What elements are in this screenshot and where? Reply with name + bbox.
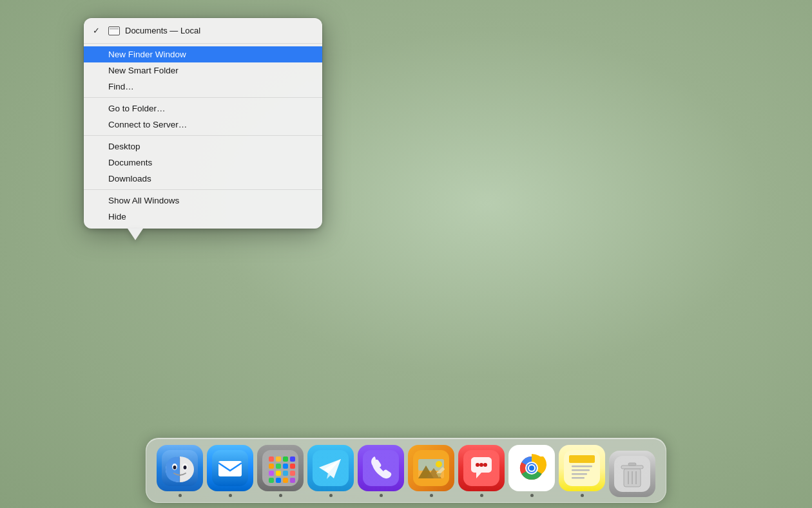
svg-rect-22: [269, 478, 274, 483]
dock-item-launchpad[interactable]: [257, 445, 304, 497]
menu-item-show-all-windows[interactable]: Show All Windows: [84, 193, 322, 209]
svg-rect-16: [283, 464, 288, 469]
svg-rect-24: [283, 478, 288, 483]
viber-dot: [380, 494, 383, 497]
svg-rect-20: [283, 471, 288, 476]
trash-icon: [609, 451, 655, 497]
divider-after-header: [84, 43, 322, 44]
menu-item-connect-to-server[interactable]: Connect to Server…: [84, 117, 322, 133]
svg-rect-11: [276, 456, 281, 462]
dock-item-chrome[interactable]: [508, 445, 555, 497]
svg-rect-19: [276, 471, 281, 476]
speeko-dot: [480, 494, 483, 497]
svg-rect-21: [290, 471, 295, 476]
mail-icon: [207, 445, 253, 491]
svg-rect-8: [218, 461, 242, 476]
svg-rect-49: [572, 469, 590, 471]
dock-item-iphoto[interactable]: [408, 445, 454, 497]
svg-point-4: [173, 466, 177, 469]
svg-point-39: [483, 463, 487, 467]
svg-point-31: [436, 461, 442, 467]
menu-item-desktop[interactable]: Desktop: [84, 138, 322, 155]
speeko-icon: [458, 445, 505, 491]
menu-header-text: Documents — Local: [125, 26, 200, 35]
svg-rect-12: [283, 456, 288, 462]
dock-item-trash[interactable]: [609, 451, 655, 497]
svg-rect-23: [276, 478, 281, 483]
svg-rect-50: [572, 473, 587, 475]
menu-item-find[interactable]: Find…: [84, 79, 322, 95]
svg-rect-27: [363, 450, 399, 486]
context-menu: ✓ Documents — Local New Finder Window Ne…: [84, 18, 322, 229]
mail-dot: [229, 494, 232, 497]
launchpad-icon: [257, 445, 304, 491]
telegram-dot: [329, 494, 333, 497]
menu-item-new-smart-folder[interactable]: New Smart Folder: [84, 62, 322, 79]
telegram-icon: [307, 445, 354, 491]
svg-point-38: [479, 463, 483, 467]
menu-item-documents[interactable]: Documents: [84, 155, 322, 171]
svg-rect-10: [269, 456, 274, 462]
svg-rect-13: [290, 456, 295, 462]
checkmark-icon: ✓: [93, 26, 103, 35]
dock-container: [52, 438, 760, 508]
notes-dot: [581, 494, 584, 497]
svg-rect-55: [628, 463, 636, 466]
chrome-dot: [530, 494, 534, 497]
divider-1: [84, 97, 322, 98]
menu-item-downloads[interactable]: Downloads: [84, 171, 322, 187]
svg-rect-15: [276, 464, 281, 469]
svg-rect-48: [572, 466, 592, 467]
menu-item-new-finder-window[interactable]: New Finder Window: [84, 46, 322, 62]
finder-dot: [179, 494, 182, 497]
finder-icon: [157, 445, 203, 491]
dock-item-notes[interactable]: [559, 445, 605, 497]
svg-rect-51: [572, 477, 585, 479]
iphoto-dot: [430, 494, 433, 497]
dock: [146, 438, 666, 503]
dock-item-mail[interactable]: [207, 445, 253, 497]
svg-point-5: [184, 466, 187, 469]
menu-item-hide[interactable]: Hide: [84, 209, 322, 225]
svg-point-37: [476, 463, 479, 467]
dock-item-viber[interactable]: [358, 445, 404, 497]
svg-rect-14: [269, 464, 274, 469]
window-icon: [108, 26, 120, 35]
chrome-icon: [508, 445, 555, 491]
menu-item-go-to-folder[interactable]: Go to Folder…: [84, 100, 322, 117]
launchpad-dot: [279, 494, 282, 497]
iphoto-icon: [408, 445, 454, 491]
dock-item-telegram[interactable]: [307, 445, 354, 497]
svg-rect-54: [621, 466, 643, 469]
divider-2: [84, 135, 322, 136]
svg-point-45: [529, 466, 534, 471]
viber-icon: [358, 445, 404, 491]
dock-item-finder[interactable]: [157, 445, 203, 497]
menu-header: ✓ Documents — Local: [84, 22, 322, 41]
svg-rect-17: [290, 464, 295, 469]
divider-3: [84, 189, 322, 190]
svg-rect-47: [569, 455, 595, 463]
svg-rect-25: [290, 478, 295, 483]
dock-item-speeko[interactable]: [458, 445, 505, 497]
notes-icon: [559, 445, 605, 491]
svg-rect-18: [269, 471, 274, 476]
